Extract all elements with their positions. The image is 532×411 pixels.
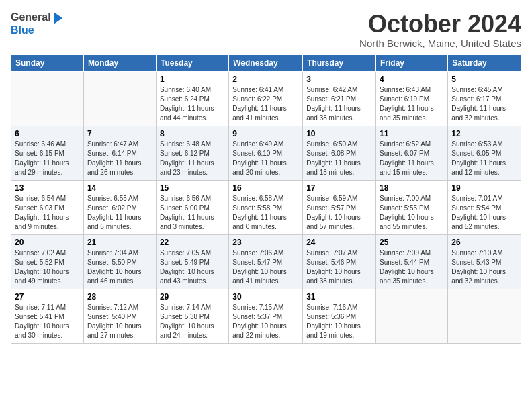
day-number: 5 (451, 75, 517, 84)
day-number: 30 (232, 292, 299, 302)
day-number: 12 (451, 129, 517, 138)
col-saturday: Saturday (448, 54, 521, 71)
calendar-cell: 30Sunrise: 7:15 AM Sunset: 5:37 PM Dayli… (229, 289, 303, 343)
day-info: Sunrise: 6:48 AM Sunset: 6:12 PM Dayligh… (160, 140, 225, 177)
day-number: 21 (87, 238, 152, 247)
calendar-week-3: 13Sunrise: 6:54 AM Sunset: 6:03 PM Dayli… (11, 180, 521, 234)
calendar-cell: 3Sunrise: 6:42 AM Sunset: 6:21 PM Daylig… (303, 71, 376, 126)
day-number: 24 (306, 238, 372, 247)
calendar-cell (11, 71, 84, 126)
day-number: 19 (451, 183, 517, 193)
day-info: Sunrise: 7:00 AM Sunset: 5:55 PM Dayligh… (380, 194, 444, 232)
calendar-week-1: 1Sunrise: 6:40 AM Sunset: 6:24 PM Daylig… (11, 71, 521, 126)
day-number: 17 (306, 183, 372, 193)
calendar-week-5: 27Sunrise: 7:11 AM Sunset: 5:41 PM Dayli… (11, 289, 521, 343)
calendar-table: Sunday Monday Tuesday Wednesday Thursday… (11, 54, 521, 344)
day-number: 8 (160, 129, 225, 138)
day-info: Sunrise: 6:58 AM Sunset: 5:58 PM Dayligh… (232, 194, 299, 232)
day-info: Sunrise: 6:47 AM Sunset: 6:14 PM Dayligh… (87, 140, 152, 177)
calendar-cell: 26Sunrise: 7:10 AM Sunset: 5:43 PM Dayli… (448, 234, 521, 289)
day-number: 23 (232, 238, 299, 247)
day-info: Sunrise: 6:40 AM Sunset: 6:24 PM Dayligh… (160, 85, 225, 123)
day-info: Sunrise: 6:42 AM Sunset: 6:21 PM Dayligh… (306, 85, 372, 123)
logo-triangle-icon (54, 12, 62, 24)
calendar-cell: 16Sunrise: 6:58 AM Sunset: 5:58 PM Dayli… (229, 180, 303, 234)
calendar-cell (448, 289, 521, 343)
day-number: 6 (15, 129, 80, 138)
col-monday: Monday (83, 54, 156, 71)
day-info: Sunrise: 7:10 AM Sunset: 5:43 PM Dayligh… (451, 248, 517, 286)
day-number: 15 (160, 183, 225, 193)
calendar-cell: 24Sunrise: 7:07 AM Sunset: 5:46 PM Dayli… (303, 234, 376, 289)
day-number: 13 (15, 183, 80, 193)
day-number: 25 (380, 238, 444, 247)
day-number: 29 (160, 292, 225, 302)
logo-blue-text: Blue (11, 24, 34, 36)
title-section: October 2024 North Berwick, Maine, Unite… (359, 11, 521, 49)
calendar-cell: 5Sunrise: 6:45 AM Sunset: 6:17 PM Daylig… (448, 71, 521, 126)
col-sunday: Sunday (11, 54, 84, 71)
calendar-week-4: 20Sunrise: 7:02 AM Sunset: 5:52 PM Dayli… (11, 234, 521, 289)
day-number: 11 (380, 129, 444, 138)
calendar-cell: 4Sunrise: 6:43 AM Sunset: 6:19 PM Daylig… (376, 71, 448, 126)
day-info: Sunrise: 6:52 AM Sunset: 6:07 PM Dayligh… (380, 140, 444, 177)
day-info: Sunrise: 7:01 AM Sunset: 5:54 PM Dayligh… (451, 194, 517, 232)
day-info: Sunrise: 6:50 AM Sunset: 6:08 PM Dayligh… (306, 140, 372, 177)
day-info: Sunrise: 6:49 AM Sunset: 6:10 PM Dayligh… (232, 140, 299, 177)
day-info: Sunrise: 7:06 AM Sunset: 5:47 PM Dayligh… (232, 248, 299, 286)
calendar-cell: 14Sunrise: 6:55 AM Sunset: 6:02 PM Dayli… (83, 180, 156, 234)
day-number: 10 (306, 129, 372, 138)
day-info: Sunrise: 7:04 AM Sunset: 5:50 PM Dayligh… (87, 248, 152, 286)
day-info: Sunrise: 7:07 AM Sunset: 5:46 PM Dayligh… (306, 248, 372, 286)
day-number: 16 (232, 183, 299, 193)
day-info: Sunrise: 7:11 AM Sunset: 5:41 PM Dayligh… (15, 303, 80, 340)
day-info: Sunrise: 6:55 AM Sunset: 6:02 PM Dayligh… (87, 194, 152, 232)
day-number: 20 (15, 238, 80, 247)
calendar-cell: 2Sunrise: 6:41 AM Sunset: 6:22 PM Daylig… (229, 71, 303, 126)
col-tuesday: Tuesday (156, 54, 228, 71)
logo-general-text: General (11, 11, 51, 24)
calendar-cell: 12Sunrise: 6:53 AM Sunset: 6:05 PM Dayli… (448, 126, 521, 180)
calendar-cell: 17Sunrise: 6:59 AM Sunset: 5:57 PM Dayli… (303, 180, 376, 234)
day-info: Sunrise: 7:15 AM Sunset: 5:37 PM Dayligh… (232, 303, 299, 340)
calendar-cell: 10Sunrise: 6:50 AM Sunset: 6:08 PM Dayli… (303, 126, 376, 180)
day-info: Sunrise: 6:46 AM Sunset: 6:15 PM Dayligh… (15, 140, 80, 177)
col-wednesday: Wednesday (229, 54, 303, 71)
day-info: Sunrise: 6:53 AM Sunset: 6:05 PM Dayligh… (451, 140, 517, 177)
calendar-cell: 6Sunrise: 6:46 AM Sunset: 6:15 PM Daylig… (11, 126, 84, 180)
calendar-cell (83, 71, 156, 126)
day-number: 26 (451, 238, 517, 247)
day-info: Sunrise: 6:59 AM Sunset: 5:57 PM Dayligh… (306, 194, 372, 232)
day-info: Sunrise: 7:02 AM Sunset: 5:52 PM Dayligh… (15, 248, 80, 286)
day-number: 3 (306, 75, 372, 84)
calendar-cell: 28Sunrise: 7:12 AM Sunset: 5:40 PM Dayli… (83, 289, 156, 343)
calendar-cell (376, 289, 448, 343)
calendar-cell: 9Sunrise: 6:49 AM Sunset: 6:10 PM Daylig… (229, 126, 303, 180)
month-title: October 2024 (359, 11, 521, 38)
calendar-cell: 22Sunrise: 7:05 AM Sunset: 5:49 PM Dayli… (156, 234, 228, 289)
calendar-cell: 8Sunrise: 6:48 AM Sunset: 6:12 PM Daylig… (156, 126, 228, 180)
day-number: 1 (160, 75, 225, 84)
col-friday: Friday (376, 54, 448, 71)
day-info: Sunrise: 7:05 AM Sunset: 5:49 PM Dayligh… (160, 248, 225, 286)
calendar-cell: 29Sunrise: 7:14 AM Sunset: 5:38 PM Dayli… (156, 289, 228, 343)
calendar-cell: 23Sunrise: 7:06 AM Sunset: 5:47 PM Dayli… (229, 234, 303, 289)
page-header: General Blue October 2024 North Berwick,… (11, 11, 521, 49)
location-subtitle: North Berwick, Maine, United States (359, 38, 521, 49)
day-info: Sunrise: 7:14 AM Sunset: 5:38 PM Dayligh… (160, 303, 225, 340)
day-number: 2 (232, 75, 299, 84)
logo: General Blue (11, 11, 62, 36)
day-number: 7 (87, 129, 152, 138)
day-number: 22 (160, 238, 225, 247)
calendar-cell: 1Sunrise: 6:40 AM Sunset: 6:24 PM Daylig… (156, 71, 228, 126)
calendar-cell: 11Sunrise: 6:52 AM Sunset: 6:07 PM Dayli… (376, 126, 448, 180)
day-number: 9 (232, 129, 299, 138)
day-number: 27 (15, 292, 80, 302)
day-number: 28 (87, 292, 152, 302)
day-info: Sunrise: 6:41 AM Sunset: 6:22 PM Dayligh… (232, 85, 299, 123)
day-number: 31 (306, 292, 372, 302)
calendar-cell: 7Sunrise: 6:47 AM Sunset: 6:14 PM Daylig… (83, 126, 156, 180)
col-thursday: Thursday (303, 54, 376, 71)
calendar-cell: 13Sunrise: 6:54 AM Sunset: 6:03 PM Dayli… (11, 180, 84, 234)
day-info: Sunrise: 7:16 AM Sunset: 5:36 PM Dayligh… (306, 303, 372, 340)
